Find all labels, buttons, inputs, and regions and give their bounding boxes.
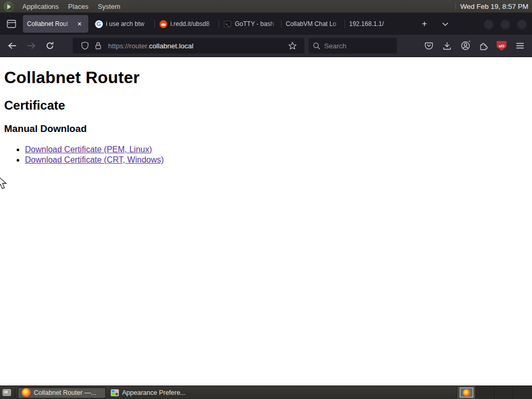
tab-collabnet-router[interactable]: Collabnet Rout ×	[23, 15, 88, 33]
search-input[interactable]	[324, 42, 387, 50]
download-pem-link[interactable]: Download Certificate (PEM, Linux)	[25, 145, 152, 154]
tab-title: GoTTY - bash	[235, 20, 277, 28]
tab-close-icon[interactable]: ×	[75, 19, 84, 29]
list-item: Download Certificate (CRT, Windows)	[25, 155, 528, 165]
clock[interactable]: Wed Feb 19, 8:57 PM	[460, 3, 532, 10]
tab-i-use-arch-btw[interactable]: G i use arch btw	[90, 15, 155, 33]
workspace-4[interactable]	[513, 386, 532, 399]
forward-icon[interactable]	[22, 37, 41, 54]
reload-icon[interactable]	[41, 37, 59, 54]
new-tab-button[interactable]: +	[418, 17, 431, 31]
lock-icon[interactable]	[91, 39, 105, 52]
shield-icon[interactable]	[78, 39, 91, 52]
downloads-icon[interactable]	[438, 37, 456, 54]
workspace-2[interactable]	[476, 386, 495, 399]
pocket-icon[interactable]	[420, 37, 438, 54]
clock-area: Wed Feb 19, 8:57 PM	[455, 3, 532, 10]
workspace-switcher	[457, 386, 532, 399]
task-appearance-preferences[interactable]: Appearance Prefere...	[107, 387, 193, 398]
workspace-1[interactable]	[457, 386, 476, 399]
workspace-3[interactable]	[495, 386, 513, 399]
terminal-favicon-icon: >_	[223, 20, 232, 28]
search-bar[interactable]	[309, 38, 397, 54]
account-status-badge	[468, 39, 471, 43]
ublock-origin-icon[interactable]: uO	[493, 37, 511, 54]
account-icon[interactable]	[456, 37, 474, 54]
taskbar-divider	[15, 388, 15, 398]
appearance-preferences-icon	[111, 389, 119, 396]
back-icon[interactable]	[3, 37, 22, 54]
workspace-window-thumbnail	[460, 388, 473, 397]
download-links-list: Download Certificate (PEM, Linux) Downlo…	[4, 144, 528, 165]
tab-title: i use arch btw	[106, 20, 151, 28]
firefox-icon	[463, 389, 470, 396]
reddit-favicon-icon	[159, 20, 167, 28]
firefox-view-icon[interactable]	[4, 17, 19, 31]
section-heading-certificate: Certificate	[4, 98, 528, 113]
desktop-screen: Applications Places System Wed Feb 19, 8…	[0, 0, 532, 399]
extensions-puzzle-icon[interactable]	[474, 37, 493, 54]
subsection-heading-manual-download: Manual Download	[4, 123, 528, 135]
google-favicon-icon: G	[95, 20, 103, 28]
tab-reddit[interactable]: i.redd.it/ubsd8	[155, 15, 219, 33]
hamburger-menu-icon[interactable]	[511, 37, 529, 54]
menu-applications[interactable]: Applications	[18, 1, 63, 12]
menu-system[interactable]: System	[93, 1, 125, 12]
tab-gotty-bash[interactable]: >_ GoTTY - bash	[219, 15, 282, 33]
tab-collabvm-chat[interactable]: CollabVM Chat Lo	[282, 15, 345, 33]
task-label: Appearance Prefere...	[122, 389, 185, 396]
page-title: Collabnet Router	[4, 68, 528, 87]
tab-title: Collabnet Rout	[27, 20, 72, 28]
panel-handle[interactable]	[455, 3, 457, 10]
show-desktop-icon[interactable]	[1, 387, 13, 399]
ublock-shield: uO	[497, 41, 507, 51]
menu-places[interactable]: Places	[63, 1, 93, 12]
tab-title: 192.168.1.1/	[349, 20, 396, 28]
firefox-tab-bar: Collabnet Rout × G i use arch btw i.redd…	[0, 13, 532, 35]
tab-list-chevron-icon[interactable]	[438, 17, 452, 31]
task-collabnet-router[interactable]: Collabnet Router —...	[18, 387, 106, 398]
tab-192-168-1-1[interactable]: 192.168.1.1/	[345, 15, 400, 33]
bookmark-star-icon[interactable]	[286, 39, 299, 52]
maximize-button[interactable]	[500, 19, 510, 29]
search-icon	[313, 42, 321, 50]
minimize-button[interactable]	[484, 19, 494, 29]
firefox-icon	[22, 388, 31, 397]
url-text: https://router.collabnet.local	[108, 42, 286, 50]
list-item: Download Certificate (PEM, Linux)	[25, 144, 528, 155]
window-controls	[484, 19, 532, 29]
top-panel: Applications Places System Wed Feb 19, 8…	[0, 0, 532, 13]
tab-title: CollabVM Chat Lo	[286, 20, 341, 28]
toolbar-icons: uO	[420, 37, 532, 54]
tab-title: i.redd.it/ubsd8	[170, 20, 215, 28]
url-bar[interactable]: https://router.collabnet.local	[73, 38, 304, 54]
distro-menu-icon[interactable]	[4, 2, 14, 11]
page-viewport: Collabnet Router Certificate Manual Down…	[0, 57, 532, 385]
mouse-cursor	[0, 176, 9, 190]
download-crt-link[interactable]: Download Certificate (CRT, Windows)	[25, 155, 164, 164]
close-button[interactable]	[517, 19, 527, 29]
firefox-nav-toolbar: https://router.collabnet.local	[0, 35, 532, 57]
task-label: Collabnet Router —...	[34, 389, 96, 396]
bottom-taskbar: Collabnet Router —... Appearance Prefere…	[0, 385, 532, 399]
